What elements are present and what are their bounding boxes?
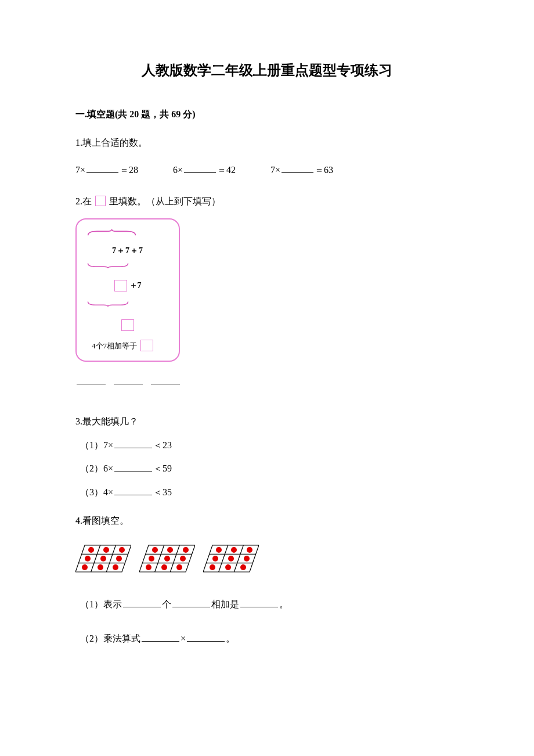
svg-point-27 [176,564,182,570]
svg-point-22 [149,556,154,561]
q4-sub1-prefix: （1）表示 [80,599,122,609]
fill-blank[interactable] [172,598,210,607]
fill-blank[interactable] [187,632,225,642]
fill-blank[interactable] [142,632,179,642]
section-header: 一.填空题(共 20 题，共 69 分) [75,106,459,123]
q4-sub1-mid2: 相加是 [211,599,239,609]
svg-point-36 [212,556,218,561]
q1-item-2-left: 6× [173,165,183,175]
q1-item-1-right: ＝28 [120,165,138,175]
svg-point-7 [119,547,125,553]
q1-item-3-right: ＝63 [315,165,333,175]
q2-line3 [87,316,168,333]
question-2: 2.在 里填数。（从上到下填写） 7＋7＋7 ＋7 4个7相加等于 [75,193,459,390]
q4-sub2-prefix: （2）乘法算式 [80,633,140,643]
svg-point-11 [82,564,88,570]
svg-point-5 [88,547,94,553]
svg-point-39 [210,564,215,570]
diamond-grid-1 [75,544,131,573]
q2-answer-blanks [75,373,459,390]
fill-blank[interactable] [184,164,216,173]
q2-line4: 4个7相加等于 [87,339,168,352]
q4-sub2-mid: × [181,633,186,643]
svg-point-38 [244,556,250,561]
svg-point-12 [98,564,103,570]
svg-point-9 [100,556,106,561]
brace-bottom-icon [87,262,129,269]
svg-point-33 [216,547,222,553]
svg-point-10 [116,556,122,561]
svg-point-6 [103,547,109,553]
q1-item-2: 6×＝42 [173,162,236,179]
q1-item-1-left: 7× [75,165,85,175]
q4-sub1-suffix: 。 [279,599,288,609]
fill-blank[interactable] [86,164,118,173]
q1-items: 7×＝28 6×＝42 7×＝63 [75,162,459,179]
q3-sub-1-tail: ＜23 [153,440,172,450]
question-1: 1.填上合适的数。 7×＝28 6×＝42 7×＝63 [75,135,459,179]
q1-item-2-right: ＝42 [217,165,236,175]
svg-point-20 [167,547,173,553]
svg-point-34 [231,547,237,553]
q2-prompt-prefix: 2.在 [75,196,92,206]
fill-blank[interactable] [114,462,152,471]
svg-point-26 [161,564,167,570]
q2-prompt-suffix: 里填数。（从上到下填写） [109,196,221,206]
svg-point-25 [146,564,151,570]
q3-sub-1: （1）7×＜23 [80,437,459,454]
q1-item-3: 7×＝63 [270,162,333,179]
fill-blank[interactable] [240,598,278,607]
q2-line2: ＋7 [87,277,168,294]
fill-blank[interactable] [114,375,143,384]
q2-diagram: 7＋7＋7 ＋7 4个7相加等于 [75,218,180,362]
box-icon [95,196,106,206]
fill-box[interactable] [121,319,134,331]
q2-line1: 7＋7＋7 [87,243,168,258]
question-3: 3.最大能填几？ （1）7×＜23 （2）6×＜59 （3）4×＜35 [75,413,459,501]
fill-blank[interactable] [282,164,313,173]
diamond-grid-2 [139,544,195,573]
q4-sub-2: （2）乘法算式×。 [80,631,459,647]
fill-blank[interactable] [77,375,106,384]
q2-box: 7＋7＋7 ＋7 4个7相加等于 [75,218,180,362]
svg-point-37 [228,556,234,561]
svg-point-8 [85,556,91,561]
q4-sub1-mid1: 个 [162,599,171,609]
fill-blank[interactable] [114,486,152,495]
fill-box[interactable] [114,280,127,291]
svg-point-19 [152,547,158,553]
q4-prompt: 4.看图填空。 [75,513,459,530]
q3-sub-1-label: （1）7× [80,440,113,450]
q3-sub-3: （3）4×＜35 [80,484,459,501]
question-4: 4.看图填空。 [75,513,459,647]
fill-blank[interactable] [151,375,180,384]
q4-sub-1: （1）表示个相加是。 [80,596,459,613]
svg-point-35 [247,547,252,553]
svg-point-23 [164,556,170,561]
q3-sub-2: （2）6×＜59 [80,460,459,477]
q3-sub-2-tail: ＜59 [153,463,172,473]
svg-point-40 [225,564,231,570]
q2-line2-suffix: ＋7 [129,281,142,290]
page-title: 人教版数学二年级上册重点题型专项练习 [75,58,459,83]
q1-item-1: 7×＝28 [75,162,138,179]
q1-item-3-left: 7× [270,165,280,175]
svg-point-24 [180,556,186,561]
svg-point-13 [113,564,118,570]
fill-box[interactable] [140,340,153,351]
svg-point-21 [183,547,189,553]
fill-blank[interactable] [114,439,152,448]
svg-point-41 [240,564,246,570]
q3-prompt: 3.最大能填几？ [75,413,459,430]
q4-sub2-suffix: 。 [226,633,235,643]
q3-sub-2-label: （2）6× [80,463,113,473]
q1-prompt: 1.填上合适的数。 [75,135,459,152]
q2-prompt: 2.在 里填数。（从上到下填写） [75,193,459,210]
diamond-grid-3 [203,544,259,573]
fill-blank[interactable] [123,598,161,607]
q4-figure-row [75,544,459,573]
q2-line4-prefix: 4个7相加等于 [92,339,137,352]
q3-sub-3-label: （3）4× [80,487,113,497]
q3-sub-3-tail: ＜35 [153,487,172,497]
brace-top-icon [87,229,136,236]
